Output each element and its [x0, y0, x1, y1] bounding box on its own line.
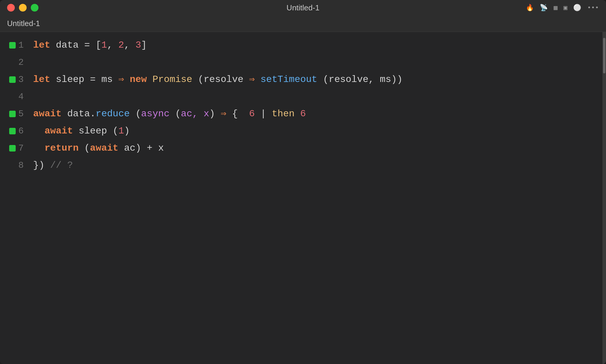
breakpoint-5 — [7, 111, 18, 117]
close-button[interactable] — [7, 4, 15, 12]
breakpoint-6 — [7, 128, 18, 134]
line-number-4: 4 — [18, 88, 33, 105]
breakpoint-3 — [7, 76, 18, 83]
editor-area: 1 let data = [1, 2, 3] 2 3 let sleep = m… — [0, 32, 606, 364]
columns-icon[interactable]: ▦ — [554, 4, 557, 12]
code-content-1: let data = [1, 2, 3] — [33, 37, 595, 54]
app-window: Untitled-1 🔥 📡 ▦ ▣ ⚪ ••• Untitled-1 1 le… — [0, 0, 606, 364]
code-line-4: 4 — [0, 88, 602, 105]
breakpoint-indicator-1 — [9, 42, 16, 49]
minimize-button[interactable] — [19, 4, 27, 12]
broadcast-icon[interactable]: 📡 — [540, 4, 548, 12]
code-line-5: 5 await data.reduce (async (ac, x) ⇒ { 6… — [0, 105, 602, 123]
sidebar-icon[interactable]: ▣ — [563, 4, 567, 12]
code-content-8: }) // ? — [33, 157, 595, 174]
line-number-5: 5 — [18, 105, 33, 123]
code-line-6: 6 await sleep (1) — [0, 123, 602, 140]
title-bar-actions: 🔥 📡 ▦ ▣ ⚪ ••• — [526, 4, 599, 12]
code-content-5: await data.reduce (async (ac, x) ⇒ { 6 |… — [33, 105, 595, 123]
breakpoint-indicator-3 — [9, 76, 16, 83]
breakpoint-7 — [7, 145, 18, 152]
line-number-3: 3 — [18, 71, 33, 88]
code-line-7: 7 return (await ac) + x — [0, 140, 602, 157]
flame-icon[interactable]: 🔥 — [526, 4, 534, 12]
traffic-lights — [7, 4, 38, 12]
scrollbar-thumb[interactable] — [603, 38, 605, 73]
breakpoint-1 — [7, 42, 18, 49]
code-content-7: return (await ac) + x — [33, 140, 595, 157]
line-number-6: 6 — [18, 123, 33, 140]
maximize-button[interactable] — [31, 4, 38, 12]
line-number-8: 8 — [18, 157, 33, 174]
code-line-3: 3 let sleep = ms ⇒ new Promise (resolve … — [0, 71, 602, 88]
code-line-8: 8 }) // ? — [0, 157, 602, 174]
code-line-2: 2 — [0, 54, 602, 71]
title-bar: Untitled-1 🔥 📡 ▦ ▣ ⚪ ••• — [0, 0, 606, 15]
tab-title[interactable]: Untitled-1 — [7, 19, 40, 28]
window-title: Untitled-1 — [286, 3, 319, 12]
code-content-6: await sleep (1) — [33, 123, 595, 140]
circle-icon[interactable]: ⚪ — [573, 4, 581, 12]
line-number-2: 2 — [18, 54, 33, 71]
line-number-1: 1 — [18, 37, 33, 54]
code-container[interactable]: 1 let data = [1, 2, 3] 2 3 let sleep = m… — [0, 32, 602, 364]
more-icon[interactable]: ••• — [587, 4, 599, 12]
breakpoint-indicator-5 — [9, 111, 16, 117]
scrollbar[interactable] — [602, 32, 606, 364]
line-number-7: 7 — [18, 140, 33, 157]
breakpoint-indicator-7 — [9, 145, 16, 152]
code-content-3: let sleep = ms ⇒ new Promise (resolve ⇒ … — [33, 71, 595, 88]
code-line-1: 1 let data = [1, 2, 3] — [0, 37, 602, 54]
editor-header: Untitled-1 — [0, 15, 606, 32]
breakpoint-indicator-6 — [9, 128, 16, 134]
